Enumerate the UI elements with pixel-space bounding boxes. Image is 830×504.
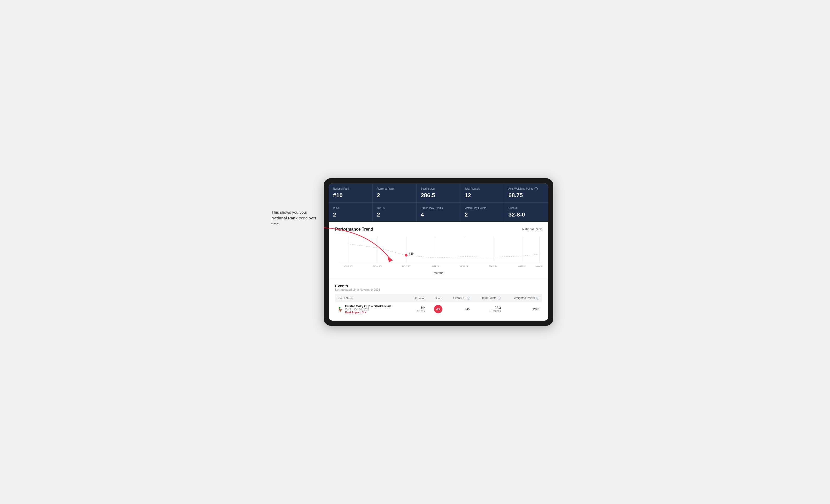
svg-text:MAY 24: MAY 24 [535,265,542,268]
stat-total-rounds-value: 12 [465,192,500,199]
chart-subtitle: National Rank [522,228,542,231]
stat-wins-label: Wins [333,206,368,210]
event-date: Oct 9 – Oct 10, 2023 [345,308,391,311]
col-total-points: Total Points i [473,294,504,302]
chart-section: Performance Trend National Rank [329,222,548,279]
weighted-points-info-icon: i [536,297,539,300]
stat-top3s: Top 3s 2 [373,203,417,222]
svg-text:FEB 24: FEB 24 [460,265,468,268]
events-last-updated: Last updated: 24th November 2023 [335,288,542,291]
events-table: Event Name Position Score Event SG i Tot… [335,294,542,316]
event-sg-value: 0.45 [445,302,473,316]
stats-header-row1: National Rank #10 Regional Rank 2 Scorin… [329,183,548,203]
stat-record-label: Record [508,206,544,210]
event-icon: 🦆 [338,307,343,312]
svg-text:JAN 24: JAN 24 [432,265,439,268]
total-points-value: 28.3 3 Rounds [473,302,504,316]
stat-stroke-play-value: 4 [421,211,456,218]
events-table-body: 🦆 Buster Cozy Cup – Stroke Play Oct 9 – … [335,302,542,316]
col-weighted-points: Weighted Points i [504,294,542,302]
stat-regional-rank: Regional Rank 2 [373,183,417,203]
svg-text:MAR 24: MAR 24 [489,265,498,268]
stat-national-rank-value: #10 [333,192,368,199]
tablet-frame: National Rank #10 Regional Rank 2 Scorin… [324,178,553,326]
chart-data-point [405,254,408,257]
stat-record: Record 32-8-0 [504,203,548,222]
svg-text:NOV 23: NOV 23 [373,265,381,268]
stat-scoring-avg: Scoring Avg. 286.5 [417,183,460,203]
stat-total-rounds-label: Total Rounds [465,187,500,191]
score-badge: -22 [434,305,442,313]
total-points-info-icon: i [498,297,501,300]
stat-total-rounds: Total Rounds 12 [460,183,504,203]
stat-match-play: Match Play Events 2 [460,203,504,222]
avg-weighted-info-icon: i [535,187,538,191]
stat-national-rank-label: National Rank [333,187,368,191]
stat-avg-weighted-value: 68.75 [508,192,544,199]
svg-text:APR 24: APR 24 [518,265,526,268]
events-section: Events Last updated: 24th November 2023 … [329,279,548,321]
stat-match-play-label: Match Play Events [465,206,500,210]
stat-avg-weighted: Avg. Weighted Points i 68.75 [504,183,548,203]
chart-area: #10 OCT 23 NOV 23 DEC 23 JAN 24 FEB 24 M… [335,236,542,270]
event-position: 6th out of 7 [409,302,428,316]
stat-wins: Wins 2 [329,203,373,222]
stat-top3s-value: 2 [377,211,412,218]
stat-avg-weighted-label: Avg. Weighted Points i [508,187,544,191]
stat-scoring-avg-value: 286.5 [421,192,456,199]
stat-regional-rank-value: 2 [377,192,412,199]
stat-scoring-avg-label: Scoring Avg. [421,187,456,191]
event-score: -22 [428,302,445,316]
chart-header: Performance Trend National Rank [335,227,542,232]
stat-stroke-play: Stroke Play Events 4 [417,203,460,222]
event-name: Buster Cozy Cup – Stroke Play [345,304,391,308]
svg-text:#10: #10 [409,252,414,255]
events-table-header: Event Name Position Score Event SG i Tot… [335,294,542,302]
stat-top3s-label: Top 3s [377,206,412,210]
col-event-name: Event Name [335,294,409,302]
table-row: 🦆 Buster Cozy Cup – Stroke Play Oct 9 – … [335,302,542,316]
tablet-screen: National Rank #10 Regional Rank 2 Scorin… [329,183,548,321]
stat-regional-rank-label: Regional Rank [377,187,412,191]
stat-match-play-value: 2 [465,211,500,218]
svg-text:DEC 23: DEC 23 [402,265,410,268]
col-event-sg: Event SG i [445,294,473,302]
weighted-points-value: 28.3 [504,302,542,316]
events-title: Events [335,283,542,288]
annotation-text: This shows you your National Rank trend … [272,209,324,227]
rank-impact-arrow: ▼ [364,311,367,314]
event-sg-info-icon: i [467,297,470,300]
svg-text:OCT 23: OCT 23 [344,265,352,268]
stat-stroke-play-label: Stroke Play Events [421,206,456,210]
chart-svg: #10 OCT 23 NOV 23 DEC 23 JAN 24 FEB 24 M… [335,236,542,270]
rank-impact: Rank Impact: 3 ▼ [345,311,391,314]
col-score: Score [428,294,445,302]
col-position: Position [409,294,428,302]
stat-wins-value: 2 [333,211,368,218]
stat-national-rank: National Rank #10 [329,183,373,203]
chart-title: Performance Trend [335,227,373,232]
stats-header-row2: Wins 2 Top 3s 2 Stroke Play Events 4 Mat… [329,203,548,222]
stat-record-value: 32-8-0 [508,211,544,218]
event-cell: 🦆 Buster Cozy Cup – Stroke Play Oct 9 – … [335,302,409,316]
chart-x-label: Months [335,271,542,276]
